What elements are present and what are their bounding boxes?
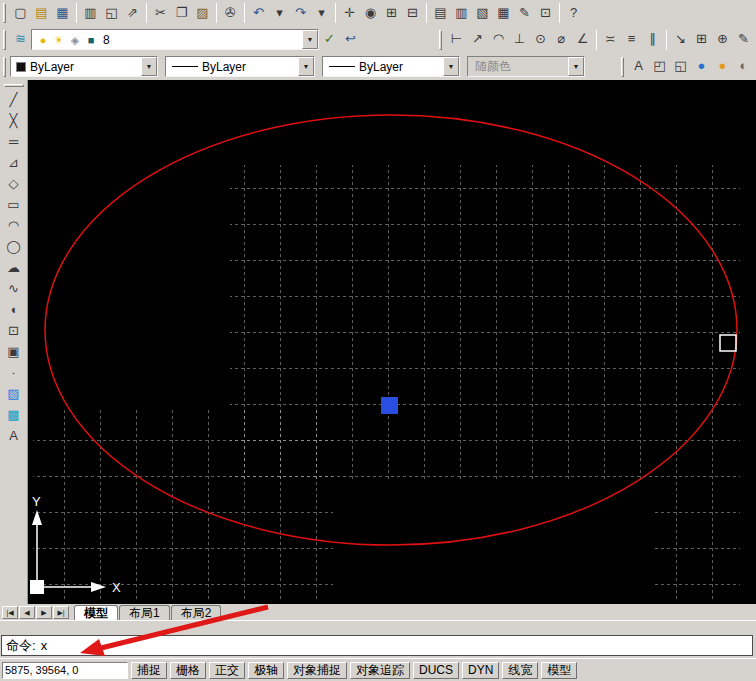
cut-icon[interactable]: ✂: [150, 3, 171, 24]
layer-properties-manager-icon[interactable]: ≋: [10, 29, 31, 50]
status-toggle-ortho[interactable]: 正交: [209, 662, 245, 679]
lineweight-select-arrow-icon[interactable]: ▼: [443, 57, 459, 76]
render-icon[interactable]: ●: [691, 56, 712, 77]
undo-flyout-icon[interactable]: ▾: [269, 3, 290, 24]
diameter-dimension-icon[interactable]: ⌀: [551, 29, 572, 50]
hatch-icon[interactable]: ▨: [3, 384, 25, 404]
toolbar-grip[interactable]: [3, 57, 6, 77]
circle-icon[interactable]: ◯: [3, 237, 25, 257]
tab-layout1[interactable]: 布局1: [119, 605, 170, 620]
plot-preview-icon[interactable]: ◱: [101, 3, 122, 24]
linetype-select[interactable]: ByLayer ▼: [165, 56, 315, 77]
center-mark-icon[interactable]: ⊕: [712, 29, 733, 50]
layer-select-arrow-icon[interactable]: ▼: [302, 30, 318, 49]
zoom-realtime-icon[interactable]: ◉: [360, 3, 381, 24]
point-icon[interactable]: ∙: [3, 363, 25, 383]
multiline-text-icon[interactable]: A: [3, 426, 25, 446]
baseline-dimension-icon[interactable]: ≡: [621, 29, 642, 50]
markup-set-manager-icon[interactable]: ✎: [514, 3, 535, 24]
publish-icon[interactable]: ⇗: [122, 3, 143, 24]
coordinate-readout[interactable]: 5875, 39564, 0: [2, 662, 128, 679]
toolbar-grip[interactable]: [621, 57, 624, 77]
spline-icon[interactable]: ∿: [3, 279, 25, 299]
zoom-previous-icon[interactable]: ⊟: [402, 3, 423, 24]
plot-icon[interactable]: ▥: [80, 3, 101, 24]
properties-icon[interactable]: ▤: [430, 3, 451, 24]
status-toggle-ducs[interactable]: DUCS: [413, 662, 459, 679]
gradient-icon[interactable]: ▩: [3, 405, 25, 425]
angular-dimension-icon[interactable]: ∠: [572, 29, 593, 50]
dimension-style-icon[interactable]: ✎: [733, 29, 754, 50]
tab-nav-next-icon[interactable]: ▶: [36, 606, 52, 619]
polygon-icon[interactable]: ◇: [3, 174, 25, 194]
linear-dimension-icon[interactable]: ⊢: [446, 29, 467, 50]
pan-icon[interactable]: ✛: [339, 3, 360, 24]
copy-icon[interactable]: ❐: [171, 3, 192, 24]
insert-block-icon[interactable]: ⊡: [3, 321, 25, 341]
arc-icon[interactable]: ◠: [3, 216, 25, 236]
drawing-canvas[interactable]: X Y: [28, 80, 756, 604]
zoom-window-icon[interactable]: ⊞: [381, 3, 402, 24]
tab-layout2[interactable]: 布局2: [171, 605, 222, 620]
solid-hatch-entity[interactable]: [381, 397, 398, 414]
tab-model[interactable]: 模型: [74, 605, 118, 620]
match-properties-icon[interactable]: ✇: [220, 3, 241, 24]
open-file-icon[interactable]: ▤: [31, 3, 52, 24]
help-icon[interactable]: ?: [563, 3, 584, 24]
arc-length-dimension-icon[interactable]: ◠: [488, 29, 509, 50]
text-style-icon[interactable]: A: [628, 56, 649, 77]
quick-leader-icon[interactable]: ↘: [670, 29, 691, 50]
status-toggle-grid[interactable]: 栅格: [170, 662, 206, 679]
tool-palettes-icon[interactable]: ▧: [472, 3, 493, 24]
make-object-layer-current-icon[interactable]: ✓: [319, 29, 340, 50]
construction-line-icon[interactable]: ╳: [3, 111, 25, 131]
sheet-set-manager-icon[interactable]: ▦: [493, 3, 514, 24]
save-file-icon[interactable]: ▦: [52, 3, 73, 24]
status-toggle-otrack[interactable]: 对象追踪: [350, 662, 410, 679]
layer-on-icon[interactable]: ●: [35, 31, 51, 49]
designcenter-icon[interactable]: ▥: [451, 3, 472, 24]
quick-dimension-icon[interactable]: ≍: [600, 29, 621, 50]
new-file-icon[interactable]: ▢: [10, 3, 31, 24]
undo-icon[interactable]: ↶: [248, 3, 269, 24]
ellipse-icon[interactable]: ◖: [3, 300, 25, 320]
status-toggle-osnap[interactable]: 对象捕捉: [287, 662, 347, 679]
make-block-icon[interactable]: ▣: [3, 342, 25, 362]
status-toggle-polar[interactable]: 极轴: [248, 662, 284, 679]
line-icon[interactable]: ╱: [3, 90, 25, 110]
aligned-dimension-icon[interactable]: ↗: [467, 29, 488, 50]
toolbar-grip[interactable]: [439, 30, 442, 50]
polyline-icon[interactable]: ⊿: [3, 153, 25, 173]
lineweight-select[interactable]: ByLayer ▼: [322, 56, 460, 77]
layer-freeze-icon[interactable]: ☀: [51, 31, 67, 49]
ordinate-dimension-icon[interactable]: ⊥: [509, 29, 530, 50]
tab-nav-first-icon[interactable]: |◀: [2, 606, 18, 619]
status-toggle-dyn[interactable]: DYN: [462, 662, 499, 679]
color-select-arrow-icon[interactable]: ▼: [141, 57, 157, 76]
light-icon[interactable]: ◐: [733, 56, 754, 77]
rectangle-icon[interactable]: ▭: [3, 195, 25, 215]
revision-cloud-icon[interactable]: ☁: [3, 258, 25, 278]
color-select[interactable]: ByLayer ▼: [10, 56, 158, 77]
visual-style-icon[interactable]: ◱: [670, 56, 691, 77]
status-toggle-snap[interactable]: 捕捉: [131, 662, 167, 679]
multiline-icon[interactable]: ═: [3, 132, 25, 152]
view-box-icon[interactable]: ◰: [649, 56, 670, 77]
tab-nav-last-icon[interactable]: ▶|: [53, 606, 69, 619]
continue-dimension-icon[interactable]: ∥: [642, 29, 663, 50]
toolbar-grip[interactable]: [3, 30, 6, 50]
paste-icon[interactable]: ▨: [192, 3, 213, 24]
tolerance-icon[interactable]: ⊞: [691, 29, 712, 50]
status-toggle-lwt[interactable]: 线宽: [502, 662, 538, 679]
quickcalc-icon[interactable]: ⊡: [535, 3, 556, 24]
toolbar-grip[interactable]: [4, 84, 24, 87]
command-input[interactable]: 命令: x: [1, 635, 753, 656]
materials-icon[interactable]: ●: [712, 56, 733, 77]
radius-dimension-icon[interactable]: ⊙: [530, 29, 551, 50]
layer-select[interactable]: ●☀◈■ 8 ▼: [31, 29, 319, 50]
layer-color-icon[interactable]: ■: [83, 31, 99, 49]
layer-previous-icon[interactable]: ↩: [340, 29, 361, 50]
layer-lock-icon[interactable]: ◈: [67, 31, 83, 49]
linetype-select-arrow-icon[interactable]: ▼: [298, 57, 314, 76]
redo-icon[interactable]: ↷: [290, 3, 311, 24]
